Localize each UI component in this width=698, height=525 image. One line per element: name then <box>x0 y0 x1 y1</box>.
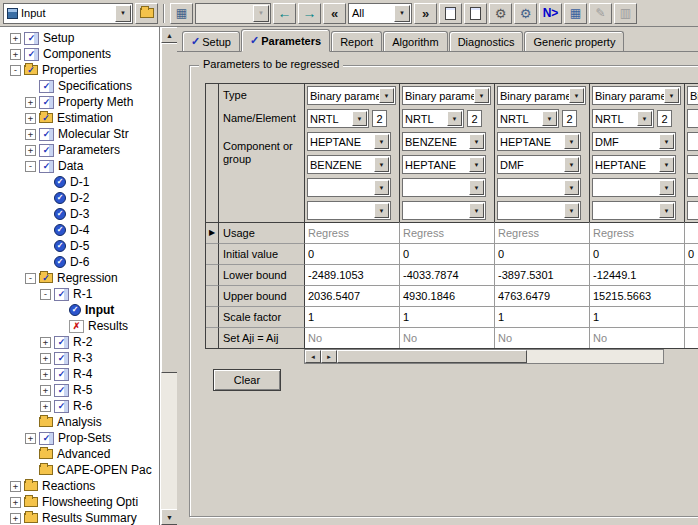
dropdown-arrow-icon[interactable]: ▼ <box>564 203 579 218</box>
tree-item-property-meth[interactable]: +✓Property Meth <box>0 94 159 110</box>
dropdown-arrow-icon[interactable]: ▼ <box>374 180 389 195</box>
dropdown-arrow-icon[interactable]: ▼ <box>447 111 462 126</box>
tree-vertical-scrollbar[interactable]: ▲ ▼ <box>160 27 177 525</box>
edit-button[interactable]: ✎ <box>589 3 612 24</box>
name-combo[interactable]: NRTL▼ <box>497 109 559 128</box>
dropdown-arrow-icon[interactable]: ▼ <box>637 111 652 126</box>
grid-value-set-aji-aij[interactable]: No <box>400 327 495 348</box>
next-input-button[interactable]: N> <box>539 3 562 24</box>
grid-value-scale-factor[interactable] <box>685 306 698 327</box>
grid-value-scale-factor[interactable]: 1 <box>495 306 590 327</box>
expand-icon[interactable]: + <box>40 337 51 348</box>
expand-icon[interactable]: + <box>10 481 21 492</box>
grid-value-set-aji-aij[interactable] <box>685 327 698 348</box>
collapse-icon[interactable]: - <box>25 273 36 284</box>
scroll-left-button[interactable]: ◄ <box>305 350 321 363</box>
element-field[interactable]: 2 <box>562 110 577 127</box>
export-button[interactable] <box>464 3 487 24</box>
data-grid-button[interactable]: ▦ <box>564 3 587 24</box>
expand-icon[interactable]: + <box>40 353 51 364</box>
tree-item-r-3[interactable]: +✓R-3 <box>0 350 159 366</box>
dropdown-arrow-icon[interactable]: ▼ <box>374 157 389 172</box>
element-field[interactable]: 2 <box>657 110 672 127</box>
tree-item-d-4[interactable]: ✓D-4 <box>0 222 159 238</box>
type-combo[interactable]: Binary parameter▼ <box>497 86 586 105</box>
tree-item-r-5[interactable]: +✓R-5 <box>0 382 159 398</box>
tree-item-data[interactable]: -✓Data <box>0 158 159 174</box>
tree-item-d-5[interactable]: ✓D-5 <box>0 238 159 254</box>
dropdown-arrow-icon[interactable]: ▼ <box>469 157 484 172</box>
grid-value-usage[interactable]: Regress <box>495 222 590 243</box>
collapse-icon[interactable]: - <box>40 289 51 300</box>
grid-value-set-aji-aij[interactable]: No <box>495 327 590 348</box>
grid-value-upper-bound[interactable] <box>685 285 698 306</box>
tree-item-prop-sets[interactable]: +✓Prop-Sets <box>0 430 159 446</box>
expand-icon[interactable]: + <box>25 129 36 140</box>
empty-combo[interactable]: ▼ <box>687 201 698 220</box>
dropdown-arrow-icon[interactable]: ▼ <box>374 203 389 218</box>
component-2-combo[interactable]: HEPTANE▼ <box>402 155 486 174</box>
type-combo[interactable]: Binary parameter▼ <box>592 86 681 105</box>
component-2-combo[interactable]: ▼ <box>687 155 698 174</box>
tree-item-components[interactable]: +✓Components <box>0 46 159 62</box>
dropdown-arrow-icon[interactable]: ▼ <box>394 5 410 22</box>
tab-report[interactable]: Report <box>331 31 382 51</box>
tree-item-regression[interactable]: -✓Regression <box>0 270 159 286</box>
tree-item-cape-open-pac[interactable]: CAPE-OPEN Pac <box>0 462 159 478</box>
grid-horizontal-scrollbar[interactable]: ◄ ► <box>304 349 664 364</box>
dropdown-arrow-icon[interactable]: ▼ <box>379 88 394 103</box>
collapse-icon[interactable]: - <box>10 65 21 76</box>
name-combo[interactable]: NRTL▼ <box>307 109 369 128</box>
forward-button[interactable]: → <box>298 3 321 24</box>
expand-icon[interactable]: + <box>10 33 21 44</box>
name-combo[interactable]: NRTL▼ <box>592 109 654 128</box>
grid-value-upper-bound[interactable]: 15215.5663 <box>590 285 685 306</box>
type-combo[interactable]: Binary parameter▼ <box>307 86 396 105</box>
empty-combo[interactable]: ▼ <box>592 201 676 220</box>
collapse-icon[interactable]: - <box>25 161 36 172</box>
scroll-right-button[interactable]: ► <box>321 350 337 363</box>
component-2-combo[interactable]: BENZENE▼ <box>307 155 391 174</box>
expand-icon[interactable]: + <box>40 385 51 396</box>
dropdown-arrow-icon[interactable]: ▼ <box>664 88 679 103</box>
empty-combo[interactable]: ▼ <box>497 178 581 197</box>
tree-item-d-1[interactable]: ✓D-1 <box>0 174 159 190</box>
grid-value-lower-bound[interactable]: -3897.5301 <box>495 264 590 285</box>
grid-value-initial-value[interactable]: 0 <box>685 243 698 264</box>
expand-icon[interactable]: + <box>10 49 21 60</box>
tab-diagnostics[interactable]: Diagnostics <box>449 31 524 51</box>
scroll-down-button[interactable]: ▼ <box>161 509 178 525</box>
tree-item-properties[interactable]: -✓Properties <box>0 62 159 78</box>
grid-value-lower-bound[interactable]: -4033.7874 <box>400 264 495 285</box>
dropdown-arrow-icon[interactable]: ▼ <box>659 134 674 149</box>
element-field[interactable]: 2 <box>467 110 482 127</box>
tree-item-specifications[interactable]: ✓Specifications <box>0 78 159 94</box>
dropdown-arrow-icon[interactable]: ▼ <box>115 5 131 22</box>
name-combo[interactable]: NRTL▼ <box>402 109 464 128</box>
component-1-combo[interactable]: BENZENE▼ <box>402 132 486 151</box>
component-1-combo[interactable]: ▼ <box>687 132 698 151</box>
grid-value-set-aji-aij[interactable]: No <box>590 327 685 348</box>
next-form-button[interactable]: » <box>414 3 437 24</box>
tab-generic-property[interactable]: Generic property <box>524 31 624 51</box>
expand-icon[interactable]: + <box>25 145 36 156</box>
grid-value-scale-factor[interactable]: 1 <box>305 306 400 327</box>
component-1-combo[interactable]: HEPTANE▼ <box>307 132 391 151</box>
empty-combo[interactable]: ▼ <box>307 178 391 197</box>
tree-item-estimation[interactable]: +✓Estimation <box>0 110 159 126</box>
new-form-button[interactable] <box>439 3 462 24</box>
scrollbar-thumb[interactable] <box>161 43 178 373</box>
component-2-combo[interactable]: HEPTANE▼ <box>592 155 676 174</box>
empty-combo[interactable]: ▼ <box>402 201 486 220</box>
tree-item-input[interactable]: ✓Input <box>0 302 159 318</box>
dropdown-arrow-icon[interactable]: ▼ <box>469 203 484 218</box>
dropdown-arrow-icon[interactable]: ▼ <box>564 180 579 195</box>
data-browser-button[interactable]: ▦ <box>170 3 193 24</box>
object-selector-combo[interactable]: Input▼ <box>3 3 133 24</box>
expand-icon[interactable]: + <box>25 433 36 444</box>
component-2-combo[interactable]: DMF▼ <box>497 155 581 174</box>
grid-value-usage[interactable]: Regress <box>590 222 685 243</box>
expand-icon[interactable]: + <box>25 113 36 124</box>
type-combo[interactable]: Binary parameter▼ <box>402 86 491 105</box>
dropdown-arrow-icon[interactable]: ▼ <box>569 88 584 103</box>
